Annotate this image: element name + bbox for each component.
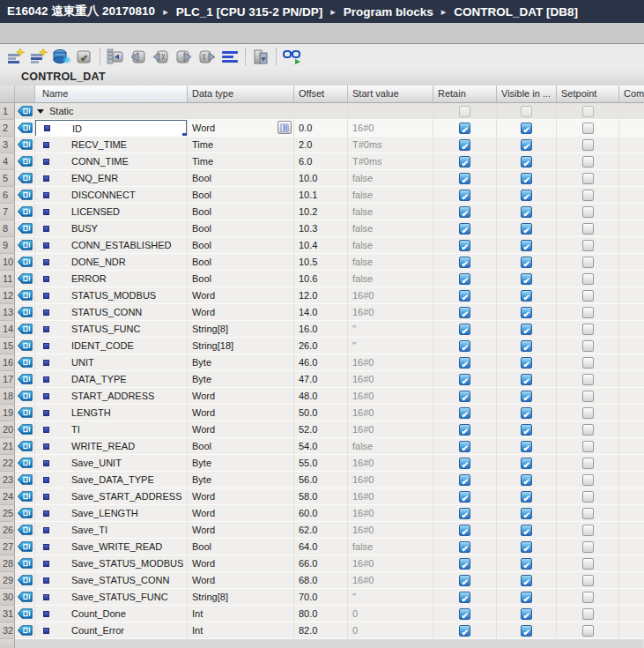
setpoint-checkbox[interactable] <box>582 190 594 201</box>
start-value-cell[interactable]: 16#0 <box>348 472 433 488</box>
comment-cell[interactable] <box>619 120 644 137</box>
table-row[interactable]: 15IDENT_CODEString[18]26.0'' <box>0 338 644 354</box>
start-value-cell[interactable]: 16#0 <box>348 522 433 539</box>
row-number-cell[interactable]: 22 <box>0 455 15 472</box>
start-value-cell[interactable]: false <box>348 220 433 237</box>
visible-in-hmi-checkbox[interactable] <box>521 575 532 586</box>
row-number-cell[interactable]: 10 <box>0 254 15 271</box>
start-value-cell[interactable]: T#0ms <box>348 137 433 153</box>
setpoint-checkbox[interactable] <box>582 508 594 519</box>
add-row-button[interactable] <box>28 46 49 67</box>
visible-in-hmi-checkbox[interactable] <box>521 525 532 536</box>
comment-cell[interactable] <box>619 271 644 287</box>
setpoint-checkbox[interactable] <box>582 374 594 385</box>
data-type-cell[interactable]: Word <box>188 488 294 505</box>
name-cell[interactable]: Save_TI <box>35 522 188 539</box>
breadcrumb-db[interactable]: CONTROL_DAT [DB8] <box>454 5 578 19</box>
name-cell[interactable]: ID <box>35 120 188 137</box>
comment-cell[interactable] <box>619 488 644 505</box>
comment-cell[interactable] <box>619 606 644 622</box>
retain-checkbox[interactable] <box>459 625 470 637</box>
retain-checkbox[interactable] <box>459 391 470 402</box>
visible-in-hmi-checkbox[interactable] <box>521 491 532 503</box>
start-value-cell[interactable]: 16#0 <box>348 455 433 472</box>
row-number-cell[interactable]: 6 <box>0 187 15 204</box>
table-row[interactable]: 23Save_DATA_TYPEByte56.016#0 <box>0 472 644 488</box>
setpoint-checkbox[interactable] <box>582 525 594 536</box>
breadcrumb-plc[interactable]: PLC_1 [CPU 315-2 PN/DP] <box>176 5 323 19</box>
name-cell[interactable]: CONN_TIME <box>35 153 188 170</box>
setpoint-checkbox[interactable] <box>582 592 594 603</box>
retain-checkbox[interactable] <box>459 173 470 184</box>
row-number-cell[interactable]: 9 <box>0 237 15 254</box>
name-cell[interactable]: Count_Error <box>35 622 188 639</box>
start-value-cell[interactable]: '' <box>348 321 433 338</box>
visible-in-hmi-checkbox[interactable] <box>521 190 532 201</box>
retain-checkbox[interactable] <box>459 508 470 519</box>
visible-in-hmi-checkbox[interactable] <box>521 106 532 117</box>
name-cell[interactable]: DONE_NDR <box>35 254 188 271</box>
table-row[interactable]: 9CONN_ESTABLISHEDBool10.4false <box>0 237 644 254</box>
row-number-cell[interactable]: 24 <box>0 488 15 505</box>
start-value-cell[interactable]: '' <box>348 589 433 606</box>
visible-in-hmi-checkbox[interactable] <box>521 139 532 151</box>
column-header-start-value[interactable]: Start value <box>348 86 433 102</box>
start-value-cell[interactable]: 16#0 <box>348 120 433 137</box>
start-value-cell[interactable]: 16#0 <box>348 488 433 505</box>
setpoint-checkbox[interactable] <box>582 391 594 402</box>
visible-in-hmi-checkbox[interactable] <box>521 223 532 235</box>
visible-in-hmi-checkbox[interactable] <box>521 340 532 352</box>
retain-checkbox[interactable] <box>459 525 470 536</box>
breadcrumb-program-blocks[interactable]: Program blocks <box>344 5 433 19</box>
start-value-cell[interactable]: T#0ms <box>348 153 433 170</box>
column-header-data-type[interactable]: Data type <box>188 86 294 102</box>
visible-in-hmi-checkbox[interactable] <box>521 625 532 637</box>
data-type-cell[interactable]: Byte <box>188 354 294 371</box>
visible-in-hmi-checkbox[interactable] <box>521 608 532 620</box>
data-type-cell[interactable]: Int <box>188 622 294 639</box>
table-row[interactable]: 28Save_STATUS_MODBUSWord66.016#0 <box>0 555 644 572</box>
visible-in-hmi-checkbox[interactable] <box>521 441 532 452</box>
name-cell[interactable]: DISCONNECT <box>35 187 188 204</box>
data-type-cell[interactable]: Word <box>188 388 294 405</box>
data-type-cell[interactable]: Word <box>188 304 294 321</box>
retain-checkbox[interactable] <box>459 541 470 553</box>
setpoint-checkbox[interactable] <box>582 625 594 637</box>
data-type-cell[interactable]: String[8] <box>188 589 294 606</box>
start-value-cell[interactable] <box>348 103 433 120</box>
setpoint-checkbox[interactable] <box>582 558 594 570</box>
row-number-cell[interactable]: 28 <box>0 555 15 572</box>
row-number-cell[interactable]: 2 <box>0 120 15 137</box>
name-cell[interactable]: Save_WRITE_READ <box>35 539 188 555</box>
name-cell[interactable]: LENGTH <box>35 405 188 421</box>
table-row[interactable]: 7LICENSEDBool10.2false <box>0 204 644 220</box>
start-value-cell[interactable]: false <box>348 187 433 204</box>
data-type-cell[interactable]: Word <box>188 555 294 572</box>
setpoint-checkbox[interactable] <box>582 173 594 184</box>
row-number-cell[interactable]: 14 <box>0 321 15 338</box>
name-edit-box[interactable]: ID <box>35 120 187 137</box>
data-type-cell[interactable]: String[18] <box>188 338 294 354</box>
table-row[interactable]: 5ENQ_ENRBool10.0false <box>0 170 644 187</box>
comment-cell[interactable] <box>619 421 644 438</box>
snapshot-actual-values-button[interactable]: ✔ <box>74 46 95 67</box>
table-row[interactable]: 10DONE_NDRBool10.5false <box>0 254 644 271</box>
setpoint-checkbox[interactable] <box>582 357 594 369</box>
comment-cell[interactable] <box>619 254 644 271</box>
name-cell[interactable]: Save_STATUS_FUNC <box>35 589 188 606</box>
setpoint-checkbox[interactable] <box>582 106 594 117</box>
name-cell[interactable]: CONN_ESTABLISHED <box>35 237 188 254</box>
copy-snapshots-to-start-values-button[interactable] <box>105 46 126 67</box>
visible-in-hmi-checkbox[interactable] <box>521 123 532 134</box>
collapse-arrow-icon[interactable] <box>37 109 44 114</box>
row-number-cell[interactable]: 30 <box>0 589 15 606</box>
start-value-cell[interactable]: false <box>348 254 433 271</box>
comment-cell[interactable] <box>619 522 644 539</box>
name-cell[interactable]: Count_Done <box>35 606 188 622</box>
table-row[interactable]: 19LENGTHWord50.016#0 <box>0 405 644 421</box>
row-number-cell[interactable]: 1 <box>0 103 15 120</box>
retain-checkbox[interactable] <box>459 156 470 168</box>
setpoint-checkbox[interactable] <box>582 541 594 553</box>
data-type-cell[interactable]: Bool <box>188 204 294 220</box>
start-value-cell[interactable]: '' <box>348 338 433 354</box>
